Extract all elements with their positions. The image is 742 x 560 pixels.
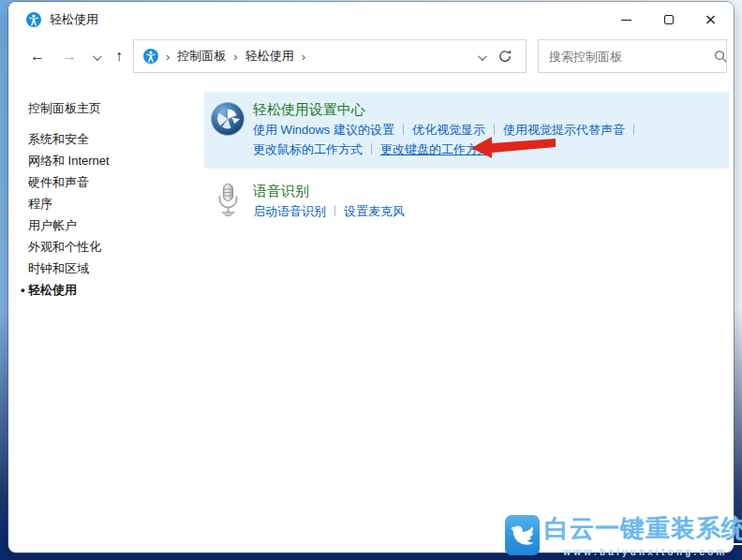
navigation-toolbar: ← → ↑ › 控制面板 › 轻松使用 ›	[8, 37, 734, 79]
link-separator	[494, 124, 495, 135]
link-row: 启动语音识别设置麦克风	[253, 202, 729, 221]
close-button[interactable]: ×	[690, 2, 732, 37]
sidebar-item-ease-of-access[interactable]: • 轻松使用	[8, 279, 196, 301]
maximize-button[interactable]	[647, 2, 690, 37]
window-title: 轻松使用	[50, 11, 98, 28]
watermark-title: 白云一键重装系统	[544, 515, 742, 545]
active-bullet: •	[21, 279, 25, 301]
recent-pages-dropdown[interactable]	[85, 48, 107, 65]
breadcrumb-ease-of-access[interactable]: 轻松使用	[245, 48, 294, 65]
bird-icon	[510, 523, 535, 548]
address-bar-right	[465, 49, 526, 64]
refresh-icon[interactable]	[497, 49, 512, 64]
link-change-mouse-settings[interactable]: 更改鼠标的工作方式	[253, 142, 363, 156]
search-box	[538, 39, 727, 73]
section-icon-col	[210, 181, 253, 221]
link-visual-cues-for-sounds[interactable]: 使用视觉提示代替声音	[503, 123, 625, 137]
watermark-logo	[505, 515, 540, 555]
nav-buttons: ← → ↑	[22, 37, 131, 75]
maximize-icon	[664, 15, 674, 24]
link-suggested-settings[interactable]: 使用 Windows 建议的设置	[253, 123, 394, 137]
sidebar-item-network-internet[interactable]: 网络和 Internet	[8, 150, 196, 171]
close-icon: ×	[705, 12, 717, 27]
link-separator	[403, 124, 404, 135]
forward-button[interactable]: →	[53, 49, 85, 64]
section-icon-col	[210, 99, 253, 159]
window-controls: ×	[605, 2, 732, 37]
breadcrumb-separator[interactable]: ›	[158, 50, 177, 64]
link-separator	[371, 143, 372, 155]
microphone-icon[interactable]	[216, 183, 240, 217]
title-bar: 轻松使用 ×	[8, 2, 734, 37]
breadcrumb-separator[interactable]: ›	[294, 50, 313, 64]
sidebar-item-clock-region[interactable]: 时钟和区域	[8, 258, 196, 279]
breadcrumb-control-panel[interactable]: 控制面板	[177, 48, 226, 65]
speech-recognition-title[interactable]: 语音识别	[253, 181, 309, 201]
accessibility-icon	[143, 49, 158, 64]
sidebar: 控制面板主页 系统和安全 网络和 Internet 硬件和声音 程序 用户帐户 …	[8, 97, 196, 301]
accessibility-icon	[26, 12, 41, 27]
chevron-down-icon	[93, 52, 102, 61]
link-change-keyboard-settings[interactable]: 更改键盘的工作方式	[380, 142, 490, 156]
link-start-speech-recognition[interactable]: 启动语音识别	[253, 204, 326, 218]
control-panel-window: 轻松使用 × ← → ↑ › 控制面板 › 轻松使用 ›	[8, 2, 734, 553]
sidebar-item-home[interactable]: 控制面板主页	[8, 97, 196, 119]
breadcrumb-separator[interactable]: ›	[226, 50, 245, 64]
up-button[interactable]: ↑	[107, 49, 131, 64]
link-set-up-microphone[interactable]: 设置麦克风	[344, 204, 405, 218]
watermark: 白云一键重装系统 www.baiyunxitong.com	[505, 515, 742, 557]
section-speech-recognition: 语音识别 启动语音识别设置麦克风	[204, 175, 729, 227]
sidebar-item-appearance[interactable]: 外观和个性化	[8, 236, 196, 258]
link-separator	[334, 205, 335, 216]
search-input[interactable]	[539, 50, 714, 64]
address-dropdown[interactable]	[465, 50, 497, 64]
sidebar-item-programs[interactable]: 程序	[8, 193, 196, 214]
minimize-button[interactable]	[605, 2, 647, 37]
section-ease-of-access-center: 轻松使用设置中心 使用 Windows 建议的设置优化视觉显示使用视觉提示代替声…	[204, 92, 729, 169]
watermark-text-block: 白云一键重装系统 www.baiyunxitong.com	[544, 515, 742, 557]
ease-of-access-center-icon[interactable]	[210, 101, 245, 137]
sidebar-item-label: 轻松使用	[28, 283, 77, 297]
sidebar-item-system-security[interactable]: 系统和安全	[8, 128, 196, 150]
chevron-down-icon	[478, 52, 487, 61]
watermark-url: www.baiyunxitong.com	[544, 547, 742, 557]
sidebar-item-hardware-sound[interactable]: 硬件和声音	[8, 171, 196, 193]
link-row-2: 更改鼠标的工作方式更改键盘的工作方式	[253, 140, 729, 159]
main-content: 轻松使用设置中心 使用 Windows 建议的设置优化视觉显示使用视觉提示代替声…	[204, 92, 729, 227]
link-row-1: 使用 Windows 建议的设置优化视觉显示使用视觉提示代替声音	[253, 121, 729, 140]
section-text-col: 语音识别 启动语音识别设置麦克风	[253, 181, 729, 221]
link-optimize-visual-display[interactable]: 优化视觉显示	[412, 123, 485, 137]
ease-of-access-center-title[interactable]: 轻松使用设置中心	[253, 99, 365, 120]
minimize-icon	[621, 20, 631, 21]
section-text-col: 轻松使用设置中心 使用 Windows 建议的设置优化视觉显示使用视觉提示代替声…	[253, 99, 729, 159]
back-button[interactable]: ←	[22, 49, 53, 64]
sidebar-item-user-accounts[interactable]: 用户帐户	[8, 214, 196, 236]
link-separator	[633, 124, 634, 135]
address-bar[interactable]: › 控制面板 › 轻松使用 ›	[133, 39, 527, 73]
search-icon[interactable]	[714, 50, 728, 64]
